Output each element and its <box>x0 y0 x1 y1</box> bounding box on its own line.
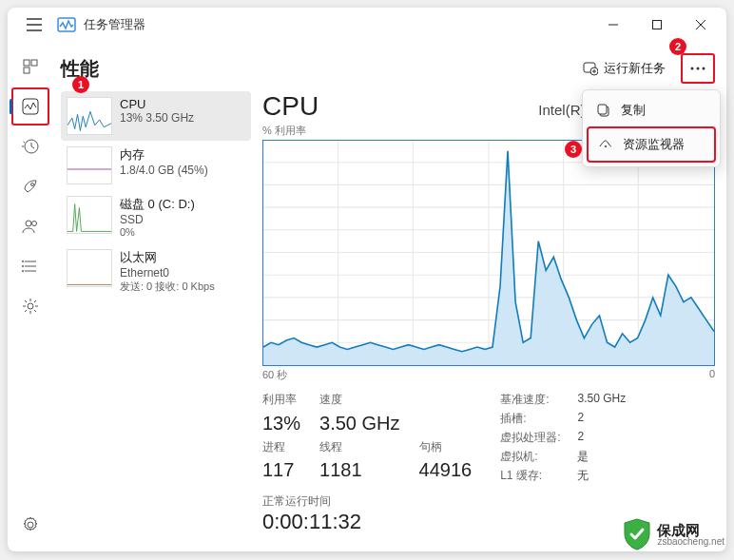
resource-monitor-icon <box>598 137 613 152</box>
titlebar: 任务管理器 <box>8 8 726 42</box>
processes-icon <box>22 58 39 75</box>
x-axis-left: 60 秒 <box>262 368 287 382</box>
users-icon <box>22 218 39 235</box>
resource-item-cpu[interactable]: CPU13% 3.50 GHz <box>61 91 251 141</box>
close-button[interactable] <box>679 10 723 40</box>
nav-services[interactable] <box>11 287 49 325</box>
maximize-icon <box>651 19 663 30</box>
stat-handles: 44916 <box>419 459 473 484</box>
watermark: 保成网zsbaocheng.net <box>623 518 724 550</box>
history-icon <box>22 138 39 155</box>
close-icon <box>695 19 706 30</box>
stat-grid: 利用率 速度 13% 3.50 GHz 进程 线程 句柄 117 1181 44… <box>262 392 472 484</box>
svg-point-12 <box>22 270 24 272</box>
ethernet-thumb <box>67 249 112 287</box>
hamburger-icon <box>27 18 42 31</box>
detail-title: CPU <box>262 91 319 122</box>
uptime-label: 正常运行时间 <box>262 493 715 510</box>
svg-rect-3 <box>31 60 37 66</box>
svg-point-9 <box>32 222 37 226</box>
cpu-thumb <box>67 97 112 135</box>
svg-point-36 <box>605 145 607 147</box>
callout-3: 3 <box>565 141 582 158</box>
app-title: 任务管理器 <box>84 16 145 33</box>
run-task-icon <box>583 61 598 76</box>
stat-speed: 3.50 GHz <box>319 413 399 437</box>
resource-item-ethernet[interactable]: 以太网Ethernet0发送: 0 接收: 0 Kbps <box>61 243 251 299</box>
nav-settings[interactable] <box>11 506 49 544</box>
nav-processes[interactable] <box>11 48 49 86</box>
menu-item-copy[interactable]: 复制 <box>587 94 716 126</box>
menu-item-resource-monitor[interactable]: 资源监视器 <box>587 126 716 163</box>
nav-users[interactable] <box>11 207 49 245</box>
minimize-button[interactable] <box>591 10 635 40</box>
svg-rect-1 <box>653 21 662 29</box>
svg-point-14 <box>28 522 33 528</box>
svg-point-17 <box>691 68 694 70</box>
memory-thumb <box>67 146 112 184</box>
svg-point-18 <box>697 68 700 70</box>
page-header: 性能 运行新任务 <box>61 49 715 87</box>
svg-rect-4 <box>24 68 29 73</box>
gear-icon <box>22 516 39 533</box>
callout-2: 2 <box>669 38 686 55</box>
shield-icon <box>623 518 651 550</box>
startup-icon <box>22 178 39 195</box>
x-axis-right: 0 <box>709 368 715 382</box>
details-icon <box>22 258 39 275</box>
resource-item-disk[interactable]: 磁盘 0 (C: D:)SSD0% <box>61 190 251 243</box>
nav-details[interactable] <box>11 247 49 285</box>
stat-utilization: 13% <box>262 413 300 437</box>
nav-rail <box>8 42 53 551</box>
nav-performance[interactable] <box>11 87 49 126</box>
svg-rect-2 <box>24 60 29 66</box>
svg-point-8 <box>26 221 31 226</box>
cpu-usage-chart <box>262 140 715 366</box>
disk-thumb <box>67 196 112 234</box>
svg-point-13 <box>28 303 33 309</box>
stat-processes: 117 <box>262 459 300 484</box>
svg-point-19 <box>703 68 705 70</box>
resource-list: CPU13% 3.50 GHz 内存1.8/4.0 GB (45%) 磁盘 0 … <box>61 91 251 551</box>
svg-point-11 <box>22 265 24 267</box>
more-options-button[interactable] <box>681 53 715 84</box>
svg-point-7 <box>31 183 34 186</box>
services-icon <box>22 298 39 315</box>
stat-threads: 1181 <box>319 459 399 484</box>
performance-icon <box>22 98 39 115</box>
resource-item-memory[interactable]: 内存1.8/4.0 GB (45%) <box>61 141 251 190</box>
hamburger-button[interactable] <box>11 18 57 31</box>
app-icon <box>57 15 76 34</box>
nav-app-history[interactable] <box>11 127 49 165</box>
run-new-task-button[interactable]: 运行新任务 <box>573 56 675 81</box>
callout-1: 1 <box>72 76 89 93</box>
copy-icon <box>596 103 611 118</box>
maximize-button[interactable] <box>635 10 679 40</box>
nav-startup[interactable] <box>11 167 49 205</box>
svg-point-10 <box>22 261 24 262</box>
svg-rect-35 <box>598 105 607 114</box>
more-options-menu: 复制 资源监视器 <box>582 89 721 167</box>
cpu-info-grid: 基准速度:3.50 GHz 插槽:2 虚拟处理器:2 虚拟机:是 L1 缓存:无 <box>500 392 626 484</box>
minimize-icon <box>608 19 619 30</box>
more-icon <box>690 67 705 70</box>
